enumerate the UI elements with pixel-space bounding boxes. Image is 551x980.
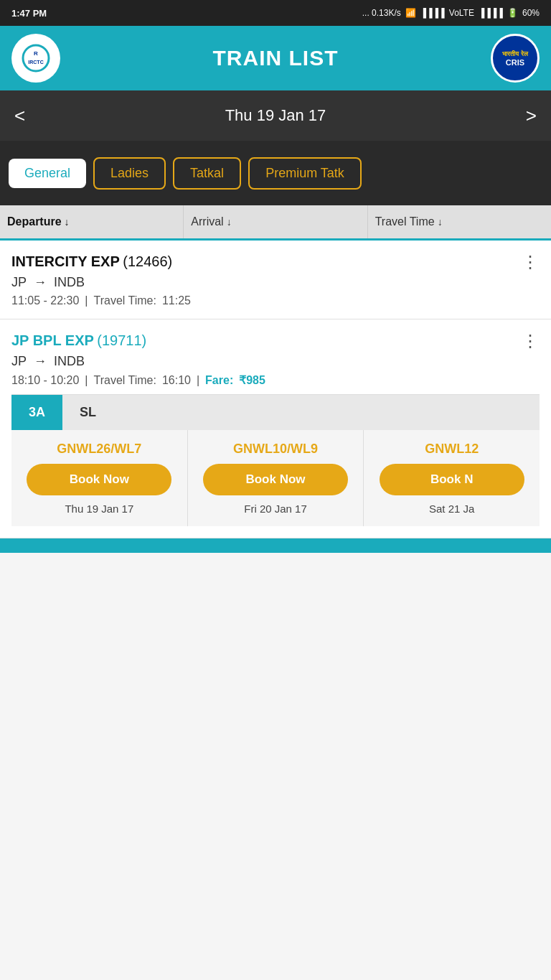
wifi-icon: 📶 bbox=[405, 8, 416, 18]
booking-date-2: Sat 21 Ja bbox=[371, 503, 532, 515]
train-item-1: JP BPL EXP (19711) ⋮ JP → INDB 18:10 - 1… bbox=[0, 319, 551, 538]
sort-traveltime-label: Travel Time bbox=[375, 215, 435, 228]
fare-value-1: ₹985 bbox=[239, 373, 265, 387]
booking-grid-1: GNWL26/WL7 Book Now Thu 19 Jan 17 GNWL10… bbox=[11, 430, 540, 526]
separator-1b: | bbox=[197, 374, 199, 387]
depart-arrive-0: 11:05 - 22:30 bbox=[11, 294, 79, 307]
filter-tab-premium[interactable]: Premium Tatk bbox=[248, 157, 362, 190]
depart-arrive-1: 18:10 - 10:20 bbox=[11, 374, 79, 387]
more-options-icon-0[interactable]: ⋮ bbox=[522, 253, 540, 271]
sort-departure-label: Departure bbox=[7, 215, 62, 228]
filter-tab-ladies[interactable]: Ladies bbox=[93, 157, 166, 190]
class-tabs-1: 3A SL bbox=[11, 394, 540, 430]
svg-text:R: R bbox=[34, 50, 38, 57]
cris-top-text: भारतीय रेल bbox=[502, 50, 528, 58]
status-time: 1:47 PM bbox=[11, 8, 47, 19]
sort-arrival-icon: ↓ bbox=[227, 216, 232, 228]
train-from-0: JP bbox=[11, 275, 27, 290]
booking-cell-0: GNWL26/WL7 Book Now Thu 19 Jan 17 bbox=[11, 430, 188, 526]
battery-icon: 🔋 bbox=[507, 8, 518, 18]
status-bar: 1:47 PM ... 0.13K/s 📶 ▐▐▐▐ VoLTE ▐▐▐▐ 🔋 … bbox=[0, 0, 551, 26]
filter-tab-tatkal[interactable]: Tatkal bbox=[173, 157, 241, 190]
booking-date-0: Thu 19 Jan 17 bbox=[19, 503, 180, 515]
current-date: Thu 19 Jan 17 bbox=[225, 106, 326, 125]
sort-row: Departure ↓ Arrival ↓ Travel Time ↓ bbox=[0, 205, 551, 241]
sort-traveltime[interactable]: Travel Time ↓ bbox=[368, 205, 551, 238]
train-header-0: INTERCITY EXP (12466) ⋮ bbox=[11, 253, 540, 271]
cris-label: CRIS bbox=[506, 58, 524, 67]
signal-icon: ▐▐▐▐ bbox=[420, 8, 445, 18]
bottom-bar bbox=[0, 538, 551, 553]
header: R IRCTC TRAIN LIST भारतीय रेल CRIS bbox=[0, 26, 551, 90]
train-number-0: (12466) bbox=[123, 253, 172, 269]
sort-departure[interactable]: Departure ↓ bbox=[0, 205, 184, 238]
booking-date-1: Fri 20 Jan 17 bbox=[195, 503, 357, 515]
waitlist-2: GNWL12 bbox=[371, 442, 532, 457]
travel-time-value-1: 16:10 bbox=[162, 374, 191, 387]
travel-time-label-1: Travel Time: bbox=[93, 374, 156, 387]
prev-date-button[interactable]: < bbox=[14, 105, 25, 127]
waitlist-1: GNWL10/WL9 bbox=[195, 442, 357, 457]
filter-tabs-container: General Ladies Tatkal Premium Tatk bbox=[0, 141, 551, 205]
travel-time-label-0: Travel Time: bbox=[93, 294, 156, 307]
volte-label: VoLTE bbox=[449, 8, 474, 18]
sort-arrival[interactable]: Arrival ↓ bbox=[184, 205, 367, 238]
book-now-button-0[interactable]: Book Now bbox=[27, 464, 171, 495]
train-list: INTERCITY EXP (12466) ⋮ JP → INDB 11:05 … bbox=[0, 241, 551, 538]
train-name-0: INTERCITY EXP bbox=[11, 253, 120, 269]
class-tab-sl[interactable]: SL bbox=[62, 395, 113, 430]
route-arrow-0: → bbox=[34, 275, 47, 290]
sort-traveltime-icon: ↓ bbox=[438, 216, 443, 228]
train-from-1: JP bbox=[11, 354, 27, 369]
train-route-1: JP → INDB bbox=[11, 354, 540, 369]
more-options-icon-1[interactable]: ⋮ bbox=[522, 332, 540, 350]
battery-level: 60% bbox=[522, 8, 540, 18]
svg-point-0 bbox=[23, 45, 49, 71]
train-route-0: JP → INDB bbox=[11, 275, 540, 290]
cris-logo: भारतीय रेल CRIS bbox=[491, 34, 540, 83]
separator-1a: | bbox=[85, 374, 88, 387]
waitlist-0: GNWL26/WL7 bbox=[19, 442, 180, 457]
train-title-1: JP BPL EXP (19711) bbox=[11, 332, 146, 349]
train-timing-0: 11:05 - 22:30 | Travel Time: 11:25 bbox=[11, 294, 540, 307]
irctc-logo: R IRCTC bbox=[11, 34, 60, 83]
train-header-1: JP BPL EXP (19711) ⋮ bbox=[11, 332, 540, 350]
sort-departure-icon: ↓ bbox=[65, 216, 70, 228]
book-now-button-2[interactable]: Book N bbox=[380, 464, 524, 495]
signal2-icon: ▐▐▐▐ bbox=[479, 8, 503, 18]
booking-cell-2: GNWL12 Book N Sat 21 Ja bbox=[364, 430, 540, 526]
sort-arrival-label: Arrival bbox=[191, 215, 223, 228]
fare-label-1: Fare: bbox=[205, 374, 233, 387]
travel-time-value-0: 11:25 bbox=[162, 294, 191, 307]
train-item-0: INTERCITY EXP (12466) ⋮ JP → INDB 11:05 … bbox=[0, 241, 551, 319]
page-title: TRAIN LIST bbox=[60, 46, 491, 70]
network-speed: ... 0.13K/s bbox=[362, 8, 401, 18]
separator-0: | bbox=[85, 294, 88, 307]
booking-cell-1: GNWL10/WL9 Book Now Fri 20 Jan 17 bbox=[188, 430, 364, 526]
svg-text:IRCTC: IRCTC bbox=[28, 60, 43, 65]
class-tab-3a[interactable]: 3A bbox=[11, 395, 62, 430]
status-right: ... 0.13K/s 📶 ▐▐▐▐ VoLTE ▐▐▐▐ 🔋 60% bbox=[362, 8, 540, 18]
train-to-0: INDB bbox=[54, 275, 85, 290]
train-title-0: INTERCITY EXP (12466) bbox=[11, 253, 172, 270]
train-number-1: (19711) bbox=[97, 332, 146, 348]
date-nav: < Thu 19 Jan 17 > bbox=[0, 90, 551, 141]
route-arrow-1: → bbox=[34, 354, 47, 369]
book-now-button-1[interactable]: Book Now bbox=[203, 464, 348, 495]
train-to-1: INDB bbox=[54, 354, 85, 369]
train-name-1: JP BPL EXP bbox=[11, 332, 94, 348]
train-timing-1: 18:10 - 10:20 | Travel Time: 16:10 | Far… bbox=[11, 373, 540, 387]
next-date-button[interactable]: > bbox=[526, 105, 537, 127]
filter-tab-general[interactable]: General bbox=[9, 159, 86, 188]
